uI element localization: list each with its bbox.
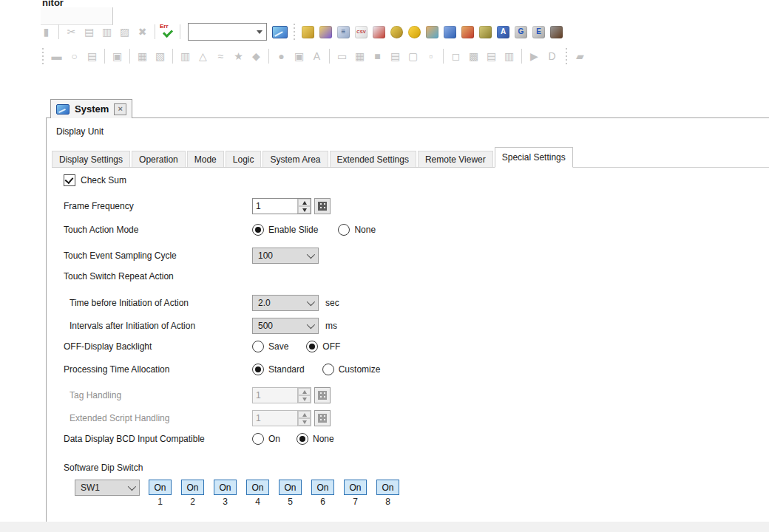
dip-switch-8-button[interactable]: On (376, 480, 399, 495)
global-data-icon[interactable] (424, 24, 440, 40)
image-unit-icon[interactable]: ▣ (291, 49, 307, 64)
language-change-icon[interactable]: A (495, 24, 511, 40)
sampling-cycle-dropdown[interactable]: 100 (252, 248, 319, 264)
toolbar-separator (521, 49, 522, 64)
backlight-save-radio[interactable] (252, 341, 264, 352)
backlight-save-label: Save (268, 341, 288, 352)
dip-switch-4-button[interactable]: On (246, 480, 269, 495)
e-tool-settings-icon[interactable]: E (531, 24, 546, 40)
pointer-hand-icon[interactable]: ▶ (526, 49, 542, 64)
operation-lock-icon[interactable] (460, 24, 475, 40)
dip-switch-7-button[interactable]: On (344, 480, 367, 495)
transfer-settings-icon[interactable] (318, 24, 333, 40)
dip-switch-1-button[interactable]: On (149, 480, 172, 495)
tab-extended-settings[interactable]: Extended Settings (330, 151, 416, 167)
screen-preview-icon[interactable] (272, 24, 288, 40)
tab-logic[interactable]: Logic (226, 151, 262, 167)
dip-switch-5-button[interactable]: On (279, 480, 302, 495)
frame-frequency-input[interactable]: 1 (252, 198, 311, 214)
copy-icon[interactable]: ▤ (81, 24, 97, 40)
picture-part-icon[interactable]: ▫ (423, 49, 438, 64)
parts-list-icon[interactable]: ▤ (84, 49, 100, 64)
movie-part-icon[interactable]: ■ (370, 49, 385, 64)
paste-special-icon[interactable]: ▨ (117, 24, 132, 40)
window-cascade-icon[interactable]: ▭ (334, 49, 350, 64)
date-display-icon[interactable]: ▣ (109, 49, 125, 64)
d-script-icon[interactable]: D (544, 49, 560, 64)
keypad-button (314, 387, 331, 403)
partial-right-icon[interactable]: ▰ (572, 49, 588, 64)
keypad-button[interactable] (314, 198, 331, 214)
check-sum-checkbox[interactable] (64, 174, 75, 186)
toolbar-grip (292, 24, 296, 40)
message-part-icon[interactable]: ◻ (448, 49, 464, 64)
touch-none-radio[interactable] (338, 224, 350, 236)
backlight-off-radio[interactable] (306, 341, 318, 352)
trend-graph-icon[interactable]: ≈ (213, 49, 228, 64)
package-tools-icon[interactable] (549, 24, 564, 40)
film-window-icon[interactable]: ▦ (352, 49, 367, 64)
document-tab-system[interactable]: System × (50, 99, 132, 118)
close-icon[interactable]: × (114, 103, 126, 115)
bar-graph-icon[interactable]: ▥ (177, 49, 193, 64)
time-before-dropdown[interactable]: 2.0 (252, 295, 319, 311)
paste-icon[interactable]: ▥ (99, 24, 115, 40)
g-tool-settings-icon[interactable]: G (513, 24, 529, 40)
spin-down-button[interactable] (298, 206, 311, 214)
dip-switch-selector[interactable]: SW1 (75, 480, 140, 496)
tag-handling-label: Tag Handling (64, 390, 252, 400)
processing-time-row: Processing Time Allocation Standard Cust… (64, 364, 380, 375)
report-list-icon[interactable]: ▤ (484, 49, 499, 64)
star-part-icon[interactable]: ★ (231, 49, 246, 64)
special-switch-icon[interactable]: ● (274, 49, 289, 64)
tab-special-settings[interactable]: Special Settings (495, 147, 573, 168)
scatter-graph-icon[interactable]: △ (195, 49, 211, 64)
processing-customize-radio[interactable] (322, 364, 334, 375)
dip-switch-3-button[interactable]: On (214, 480, 237, 495)
cut-icon[interactable]: ✂ (64, 24, 79, 40)
dip-switch-2-button[interactable]: On (181, 480, 204, 495)
screen-selector-combo[interactable] (188, 23, 267, 41)
repeat-action-header: Touch Switch Repeat Action (64, 271, 252, 282)
text-part-icon[interactable]: A (309, 49, 325, 64)
processing-standard-label: Standard (268, 364, 305, 375)
tab-operation[interactable]: Operation (132, 151, 186, 167)
dip-switch-5: On5 (279, 480, 302, 507)
error-check-icon[interactable]: Err (160, 24, 175, 40)
partial-left-icon[interactable]: ▮ (38, 24, 54, 40)
screen-image-icon[interactable]: ▤ (387, 49, 403, 64)
chevron-down-icon (128, 482, 136, 491)
schedule-icon[interactable] (442, 24, 458, 40)
enable-slide-radio[interactable] (252, 224, 264, 236)
tab-display-settings[interactable]: Display Settings (52, 151, 130, 167)
data-display-icon[interactable]: ▦ (135, 49, 150, 64)
image2-part-icon[interactable]: ▩ (466, 49, 481, 64)
delete-icon[interactable]: ✖ (135, 24, 150, 40)
key-icon[interactable] (389, 24, 404, 40)
check-sum-label: Check Sum (81, 175, 126, 185)
security-user-icon[interactable] (407, 24, 422, 40)
dip-switch-3: On3 (214, 480, 237, 507)
tab-system-area[interactable]: System Area (262, 151, 328, 167)
bcd-none-radio[interactable] (297, 433, 308, 445)
tab-mode[interactable]: Mode (187, 151, 224, 167)
csv-export-icon[interactable]: CSV (353, 24, 369, 40)
tab-remote-viewer[interactable]: Remote Viewer (418, 151, 493, 167)
spin-up-button[interactable] (298, 199, 311, 206)
bcd-on-radio[interactable] (252, 433, 264, 445)
intervals-after-dropdown[interactable]: 500 (252, 318, 319, 334)
keypad-input-icon[interactable]: ▧ (152, 49, 168, 64)
dip-switch-3-number: 3 (223, 497, 228, 507)
dip-switch-6-button[interactable]: On (311, 480, 334, 495)
edit-settings-icon[interactable] (300, 24, 316, 40)
sound-icon[interactable] (478, 24, 493, 40)
diamond-part-icon[interactable]: ◆ (248, 49, 264, 64)
lamp-part-icon[interactable]: ○ (67, 49, 82, 64)
pc-monitor-icon[interactable]: ▢ (405, 49, 421, 64)
toolbar-row-2: ▬○▤▣▦▧▥△≈★◆●▣A▭▦■▤▢▫◻▩▤▥▶D▰ (38, 44, 588, 68)
document-export-icon[interactable] (371, 24, 387, 40)
system-settings-icon[interactable]: ≡ (336, 24, 351, 40)
processing-standard-radio[interactable] (252, 364, 264, 375)
report-detail-icon[interactable]: ▥ (501, 49, 517, 64)
switch-part-icon[interactable]: ▬ (49, 49, 64, 64)
